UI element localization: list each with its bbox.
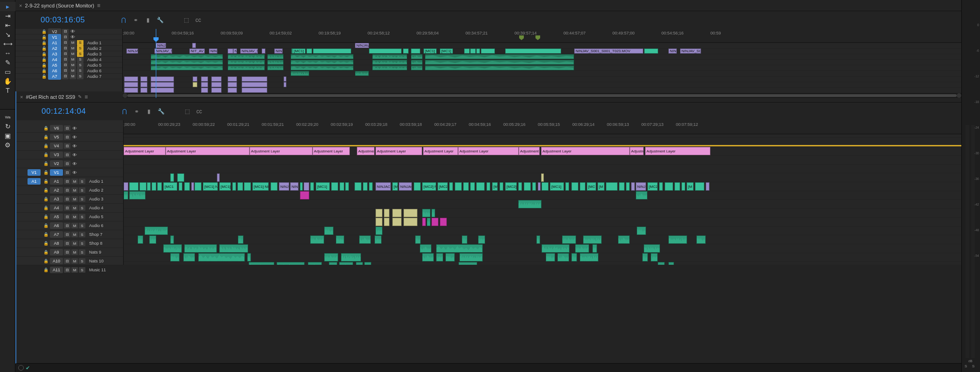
video-clip[interactable]: NINJ — [209, 48, 217, 54]
track-target-A5[interactable]: A5 — [50, 214, 63, 220]
track-target-A10[interactable]: A10 — [50, 258, 63, 264]
video-clip[interactable] — [232, 182, 236, 191]
audio-clip[interactable] — [247, 253, 251, 262]
hand-tool[interactable]: ✋ — [0, 76, 15, 86]
audio-clip[interactable] — [355, 71, 369, 76]
video-clip[interactable] — [541, 173, 544, 182]
video-clip[interactable] — [455, 182, 462, 191]
audio-clip[interactable] — [411, 60, 423, 65]
audio-clip[interactable] — [696, 235, 706, 244]
audio-clip[interactable] — [359, 235, 371, 244]
adjustment-layer-clip[interactable]: Adjustment Layer — [541, 147, 630, 155]
adjustment-layer-clip[interactable]: Adjustment L — [519, 147, 540, 155]
edit-icon[interactable]: ✎ — [78, 94, 82, 99]
audio-clip[interactable] — [129, 191, 146, 200]
eye-icon[interactable]: 👁 — [70, 29, 76, 34]
audio-clip[interactable] — [642, 253, 648, 262]
panel2-ruler[interactable]: ;00:0000:00:29;2300:00:59;2200:01:29;210… — [124, 120, 961, 134]
linked-selection-icon[interactable]: ⚭ — [133, 108, 140, 115]
audio-clip[interactable] — [339, 262, 353, 265]
mute-toggle[interactable]: M — [71, 205, 78, 211]
lock-icon[interactable]: 🔒 — [41, 57, 47, 62]
audio-clip[interactable] — [300, 191, 309, 200]
solo-toggle[interactable]: S — [77, 40, 83, 46]
audio-clip[interactable] — [291, 65, 354, 70]
audio-clip[interactable] — [184, 244, 217, 253]
eye-icon[interactable]: 👁 — [71, 135, 78, 140]
lock-icon[interactable]: 🔒 — [42, 170, 49, 175]
audio-clip[interactable] — [336, 235, 344, 244]
audio-clip[interactable] — [291, 60, 354, 65]
sync-lock-icon[interactable]: ⊟ — [64, 232, 70, 237]
audio-clip[interactable] — [249, 262, 274, 265]
audio-clip[interactable] — [211, 88, 222, 93]
audio-clip[interactable] — [364, 262, 371, 265]
sync-lock-icon[interactable]: ⊟ — [64, 152, 70, 158]
video-clip[interactable] — [524, 182, 531, 191]
audio-clip[interactable] — [193, 76, 197, 82]
audio-clip[interactable] — [341, 253, 361, 262]
solo-toggle[interactable]: S — [79, 232, 85, 237]
track-target-V2[interactable]: V2 — [50, 160, 63, 167]
video-clip[interactable] — [571, 182, 578, 191]
video-clip[interactable] — [464, 48, 470, 54]
lock-icon[interactable]: 🔒 — [42, 268, 49, 272]
lock-icon[interactable]: 🔒 — [41, 29, 47, 34]
solo-toggle[interactable]: S — [79, 214, 85, 220]
lock-icon[interactable]: 🔒 — [41, 52, 47, 56]
track-lane[interactable] — [124, 262, 961, 265]
track-lane[interactable] — [124, 235, 961, 244]
video-clip[interactable]: [M — [687, 182, 694, 191]
marker-icon[interactable]: ▮ — [145, 108, 153, 115]
panel1-playhead[interactable] — [156, 29, 156, 98]
audio-clip[interactable] — [425, 65, 574, 70]
audio-clip[interactable] — [183, 253, 195, 262]
video-clip[interactable] — [152, 182, 156, 191]
sync-lock-icon[interactable]: ⊟ — [64, 143, 70, 149]
video-clip[interactable]: [MC2 — [438, 182, 448, 191]
sync-lock-icon[interactable]: ⊟ — [64, 161, 70, 166]
solo-toggle[interactable]: S — [77, 51, 83, 57]
mute-toggle[interactable]: M — [71, 249, 78, 255]
lock-icon[interactable]: 🔒 — [41, 69, 47, 73]
video-clip[interactable]: [MC1 — [163, 182, 177, 191]
eye-icon[interactable]: 👁 — [71, 126, 78, 131]
track-target-V3[interactable]: V3 — [50, 152, 63, 158]
video-clip[interactable]: [MC1] NI — [292, 48, 306, 54]
video-clip[interactable] — [631, 182, 635, 191]
audio-clip[interactable] — [392, 218, 402, 226]
track-lane[interactable] — [123, 71, 961, 76]
track-target-V6[interactable]: V6 — [50, 125, 63, 131]
video-clip[interactable]: [MC1] — [316, 182, 330, 191]
video-clip[interactable] — [369, 182, 373, 191]
sync-lock-icon[interactable]: ⊟ — [64, 187, 70, 193]
video-clip[interactable] — [271, 182, 278, 191]
audio-clip[interactable] — [151, 88, 174, 93]
panel-menu-icon[interactable]: ≡ — [97, 2, 100, 9]
solo-toggle[interactable]: S — [77, 68, 83, 74]
video-clip[interactable]: NINJ — [668, 48, 677, 54]
audio-clip[interactable] — [219, 244, 248, 253]
audio-clip[interactable] — [431, 209, 435, 217]
audio-clip[interactable] — [436, 244, 483, 253]
video-clip[interactable]: NI — [233, 48, 237, 54]
audio-clip[interactable] — [375, 227, 382, 235]
sync-lock-icon[interactable]: ⊟ — [64, 267, 70, 273]
audio-clip[interactable] — [411, 65, 423, 70]
panel2-content[interactable]: ;00:0000:00:29;2300:00:59;2200:01:29;210… — [124, 120, 961, 265]
audio-clip[interactable] — [372, 60, 407, 65]
audio-clip[interactable] — [170, 253, 180, 262]
audio-clip[interactable] — [459, 253, 483, 262]
audio-clip[interactable] — [193, 82, 197, 87]
sync-lock-icon[interactable]: ⊟ — [64, 125, 70, 131]
video-clip[interactable]: [M — [392, 182, 398, 191]
mute-toggle[interactable]: M — [71, 179, 78, 184]
track-lane[interactable] — [124, 173, 961, 182]
video-clip[interactable]: [MC — [587, 182, 596, 191]
video-clip[interactable] — [300, 182, 303, 191]
track-lane[interactable] — [124, 200, 961, 209]
video-clip[interactable] — [695, 182, 704, 191]
track-lane[interactable] — [124, 191, 961, 200]
sync-lock-icon[interactable]: ⊟ — [64, 223, 70, 228]
lock-icon[interactable]: 🔒 — [42, 126, 49, 131]
